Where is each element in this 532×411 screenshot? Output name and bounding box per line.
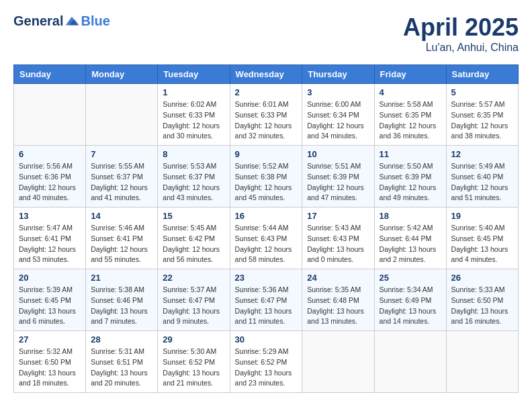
day-number: 24 (307, 273, 369, 283)
day-number: 26 (451, 273, 513, 283)
calendar-cell: 22Sunrise: 5:37 AM Sunset: 6:47 PM Dayli… (158, 269, 230, 331)
day-info: Sunrise: 5:57 AM Sunset: 6:35 PM Dayligh… (451, 99, 513, 142)
day-info: Sunrise: 5:43 AM Sunset: 6:43 PM Dayligh… (307, 223, 369, 265)
day-number: 5 (451, 87, 513, 97)
day-header-wednesday: Wednesday (230, 65, 302, 84)
week-row-5: 27Sunrise: 5:32 AM Sunset: 6:50 PM Dayli… (14, 331, 519, 393)
day-info: Sunrise: 5:30 AM Sunset: 6:52 PM Dayligh… (163, 347, 224, 389)
day-header-tuesday: Tuesday (158, 65, 230, 84)
logo: General Blue (13, 13, 110, 29)
calendar-cell: 19Sunrise: 5:40 AM Sunset: 6:45 PM Dayli… (446, 208, 518, 269)
day-header-saturday: Saturday (446, 65, 518, 84)
calendar-cell: 25Sunrise: 5:34 AM Sunset: 6:49 PM Dayli… (374, 269, 446, 331)
logo-general-text: General (13, 13, 63, 29)
calendar-cell: 18Sunrise: 5:42 AM Sunset: 6:44 PM Dayli… (374, 208, 446, 269)
day-info: Sunrise: 5:40 AM Sunset: 6:45 PM Dayligh… (451, 223, 513, 265)
day-info: Sunrise: 5:56 AM Sunset: 6:36 PM Dayligh… (19, 161, 81, 203)
page-header: General Blue April 2025 Lu'an, Anhui, Ch… (13, 13, 519, 54)
day-number: 8 (163, 149, 224, 159)
day-number: 21 (91, 273, 152, 283)
calendar-cell: 26Sunrise: 5:33 AM Sunset: 6:50 PM Dayli… (446, 269, 518, 331)
calendar-cell (374, 331, 446, 393)
calendar-cell: 29Sunrise: 5:30 AM Sunset: 6:52 PM Dayli… (158, 331, 230, 393)
day-number: 27 (19, 334, 81, 345)
day-info: Sunrise: 5:33 AM Sunset: 6:50 PM Dayligh… (451, 285, 513, 327)
day-info: Sunrise: 6:00 AM Sunset: 6:34 PM Dayligh… (307, 99, 369, 142)
logo-blue-text: Blue (81, 13, 109, 29)
day-info: Sunrise: 5:50 AM Sunset: 6:39 PM Dayligh… (380, 161, 441, 203)
day-number: 20 (19, 273, 81, 283)
day-info: Sunrise: 5:55 AM Sunset: 6:37 PM Dayligh… (91, 161, 152, 203)
calendar-cell: 30Sunrise: 5:29 AM Sunset: 6:52 PM Dayli… (230, 331, 302, 393)
calendar-cell: 21Sunrise: 5:38 AM Sunset: 6:46 PM Dayli… (86, 269, 158, 331)
day-number: 7 (91, 149, 152, 159)
day-number: 14 (91, 211, 152, 221)
day-number: 25 (380, 273, 441, 283)
day-info: Sunrise: 5:47 AM Sunset: 6:41 PM Dayligh… (19, 223, 81, 265)
day-header-monday: Monday (86, 65, 158, 84)
week-row-2: 6Sunrise: 5:56 AM Sunset: 6:36 PM Daylig… (14, 146, 519, 208)
day-number: 28 (91, 334, 152, 345)
day-header-thursday: Thursday (302, 65, 374, 84)
calendar-cell: 16Sunrise: 5:44 AM Sunset: 6:43 PM Dayli… (230, 208, 302, 269)
day-number: 10 (307, 149, 369, 159)
calendar-cell: 10Sunrise: 5:51 AM Sunset: 6:39 PM Dayli… (302, 146, 374, 208)
day-info: Sunrise: 5:42 AM Sunset: 6:44 PM Dayligh… (380, 223, 441, 265)
calendar-title: April 2025 (403, 13, 519, 42)
calendar-cell (86, 84, 158, 146)
calendar-cell: 15Sunrise: 5:45 AM Sunset: 6:42 PM Dayli… (158, 208, 230, 269)
day-info: Sunrise: 5:53 AM Sunset: 6:37 PM Dayligh… (163, 161, 224, 203)
day-number: 1 (163, 87, 224, 97)
calendar-cell: 6Sunrise: 5:56 AM Sunset: 6:36 PM Daylig… (14, 146, 86, 208)
day-info: Sunrise: 5:51 AM Sunset: 6:39 PM Dayligh… (307, 161, 369, 203)
day-info: Sunrise: 6:01 AM Sunset: 6:33 PM Dayligh… (235, 99, 298, 142)
day-number: 6 (19, 149, 81, 159)
calendar-cell: 27Sunrise: 5:32 AM Sunset: 6:50 PM Dayli… (14, 331, 86, 393)
day-number: 9 (235, 149, 298, 159)
day-info: Sunrise: 5:29 AM Sunset: 6:52 PM Dayligh… (235, 347, 298, 389)
day-info: Sunrise: 5:39 AM Sunset: 6:45 PM Dayligh… (19, 285, 81, 327)
day-number: 11 (380, 149, 441, 159)
day-info: Sunrise: 5:37 AM Sunset: 6:47 PM Dayligh… (163, 285, 224, 327)
calendar-header-row: SundayMondayTuesdayWednesdayThursdayFrid… (14, 65, 519, 84)
day-info: Sunrise: 5:31 AM Sunset: 6:51 PM Dayligh… (91, 347, 152, 389)
day-number: 13 (19, 211, 81, 221)
day-number: 17 (307, 211, 369, 221)
day-info: Sunrise: 5:46 AM Sunset: 6:41 PM Dayligh… (91, 223, 152, 265)
day-number: 16 (235, 211, 298, 221)
title-block: April 2025 Lu'an, Anhui, China (403, 13, 519, 54)
calendar-cell: 1Sunrise: 6:02 AM Sunset: 6:33 PM Daylig… (158, 84, 230, 146)
day-number: 23 (235, 273, 298, 283)
day-info: Sunrise: 5:58 AM Sunset: 6:35 PM Dayligh… (380, 99, 441, 142)
day-number: 12 (451, 149, 513, 159)
day-number: 3 (307, 87, 369, 97)
week-row-1: 1Sunrise: 6:02 AM Sunset: 6:33 PM Daylig… (14, 84, 519, 146)
day-number: 4 (380, 87, 441, 97)
day-header-sunday: Sunday (14, 65, 86, 84)
week-row-3: 13Sunrise: 5:47 AM Sunset: 6:41 PM Dayli… (14, 208, 519, 269)
day-number: 22 (163, 273, 224, 283)
calendar-cell: 28Sunrise: 5:31 AM Sunset: 6:51 PM Dayli… (86, 331, 158, 393)
calendar-cell: 7Sunrise: 5:55 AM Sunset: 6:37 PM Daylig… (86, 146, 158, 208)
day-info: Sunrise: 5:32 AM Sunset: 6:50 PM Dayligh… (19, 347, 81, 389)
calendar-cell (14, 84, 86, 146)
calendar-table: SundayMondayTuesdayWednesdayThursdayFrid… (13, 64, 519, 393)
day-info: Sunrise: 5:34 AM Sunset: 6:49 PM Dayligh… (380, 285, 441, 327)
calendar-cell: 4Sunrise: 5:58 AM Sunset: 6:35 PM Daylig… (374, 84, 446, 146)
calendar-cell: 12Sunrise: 5:49 AM Sunset: 6:40 PM Dayli… (446, 146, 518, 208)
day-info: Sunrise: 5:49 AM Sunset: 6:40 PM Dayligh… (451, 161, 513, 203)
calendar-cell: 24Sunrise: 5:35 AM Sunset: 6:48 PM Dayli… (302, 269, 374, 331)
calendar-cell: 20Sunrise: 5:39 AM Sunset: 6:45 PM Dayli… (14, 269, 86, 331)
day-info: Sunrise: 5:52 AM Sunset: 6:38 PM Dayligh… (235, 161, 298, 203)
day-header-friday: Friday (374, 65, 446, 84)
calendar-cell (446, 331, 518, 393)
calendar-cell: 2Sunrise: 6:01 AM Sunset: 6:33 PM Daylig… (230, 84, 302, 146)
day-number: 29 (163, 334, 224, 345)
day-info: Sunrise: 6:02 AM Sunset: 6:33 PM Dayligh… (163, 99, 224, 142)
week-row-4: 20Sunrise: 5:39 AM Sunset: 6:45 PM Dayli… (14, 269, 519, 331)
calendar-cell: 13Sunrise: 5:47 AM Sunset: 6:41 PM Dayli… (14, 208, 86, 269)
calendar-cell: 9Sunrise: 5:52 AM Sunset: 6:38 PM Daylig… (230, 146, 302, 208)
day-number: 19 (451, 211, 513, 221)
calendar-subtitle: Lu'an, Anhui, China (403, 42, 519, 54)
day-info: Sunrise: 5:45 AM Sunset: 6:42 PM Dayligh… (163, 223, 224, 265)
